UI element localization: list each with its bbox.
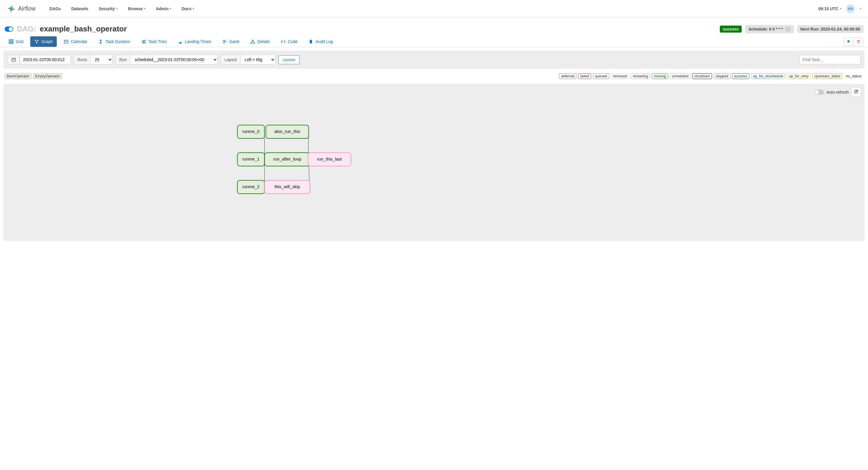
tab-gantt[interactable]: Gantt xyxy=(218,36,243,47)
run-label: Run xyxy=(116,55,131,65)
avatar[interactable]: AA xyxy=(846,4,855,13)
auto-refresh-toggle[interactable] xyxy=(814,90,824,95)
refresh-button[interactable] xyxy=(851,87,861,97)
nav-security[interactable]: Security▾ xyxy=(99,6,117,11)
task-label: also_run_this xyxy=(274,129,300,134)
task-label: run_after_loop xyxy=(273,157,302,161)
status-chip-failed[interactable]: failed xyxy=(578,73,591,79)
find-task-input[interactable] xyxy=(799,55,861,64)
dag-header: DAG: example_bash_operator success Sched… xyxy=(0,18,868,36)
next-run-badge[interactable]: Next Run: 2023-01-24, 00:00:00 xyxy=(797,25,863,33)
status-chip-removed[interactable]: removed xyxy=(611,73,629,79)
tab-details[interactable]: Details xyxy=(246,36,274,47)
status-badge[interactable]: success xyxy=(720,26,742,33)
status-chip-deferred[interactable]: deferred xyxy=(559,73,577,79)
tab-label: Task Tries xyxy=(149,39,167,44)
gantt-icon xyxy=(222,39,227,44)
schedule-label: Schedule: 0 0 * * * xyxy=(748,27,783,31)
tab-task-duration[interactable]: Task Duration xyxy=(94,36,134,47)
calendar-icon[interactable] xyxy=(7,55,20,64)
svg-rect-19 xyxy=(858,40,859,43)
status-chip-up_for_reschedule[interactable]: up_for_reschedule xyxy=(751,73,785,79)
svg-line-8 xyxy=(35,41,37,42)
tab-label: Calendar xyxy=(71,39,87,44)
status-chip-up_for_retry[interactable]: up_for_retry xyxy=(787,73,810,79)
svg-rect-13 xyxy=(144,40,145,43)
status-chip-success[interactable]: success xyxy=(732,73,749,79)
legend: BashOperatorEmptyOperator deferredfailed… xyxy=(0,72,868,81)
task-node-also_run_this[interactable]: also_run_this xyxy=(266,125,309,138)
calendar-icon xyxy=(64,39,68,44)
refresh-icon xyxy=(854,89,858,94)
nav-browse[interactable]: Browse▾ xyxy=(128,6,146,11)
graph-canvas[interactable]: Auto-refresh runme_0runme_1runme_2also_r… xyxy=(3,84,865,241)
task-label: run_this_last xyxy=(317,157,342,161)
tab-audit-log[interactable]: Audit Log xyxy=(305,36,337,47)
navbar: Airflow DAGsDatasetsSecurity▾Browse▾Admi… xyxy=(0,0,868,18)
layout-label: Layout xyxy=(221,55,241,65)
nav-dags[interactable]: DAGs xyxy=(50,6,61,11)
tab-landing-times[interactable]: Landing Times xyxy=(174,36,215,47)
operator-chip[interactable]: BashOperator xyxy=(5,73,31,79)
tab-calendar[interactable]: Calendar xyxy=(60,36,91,47)
task-node-runme_2[interactable]: runme_2 xyxy=(238,180,265,194)
base-date-input[interactable] xyxy=(20,55,71,64)
status-chip-running[interactable]: running xyxy=(652,73,668,79)
task-label: runme_1 xyxy=(242,157,259,161)
view-tabs: Grid Graph Calendar Task Duration Task T… xyxy=(0,36,868,47)
status-chip-upstream_failed[interactable]: upstream_failed xyxy=(812,73,842,79)
schedule-badge[interactable]: Schedule: 0 0 * * * i xyxy=(745,25,794,33)
update-button[interactable]: Update xyxy=(278,55,300,64)
status-chip-restarting[interactable]: restarting xyxy=(631,73,650,79)
status-chip-scheduled[interactable]: scheduled xyxy=(670,73,690,79)
tab-label: Graph xyxy=(41,39,53,44)
task-node-run_this_last[interactable]: run_this_last xyxy=(308,153,351,166)
graph-icon xyxy=(34,39,39,44)
filter-bar: Runs 25 Run scheduled__2023-01-23T00:00:… xyxy=(3,51,865,69)
layout-select[interactable]: Left > Right xyxy=(241,55,275,65)
svg-rect-12 xyxy=(142,41,144,43)
status-chip-shutdown[interactable]: shutdown xyxy=(692,73,712,79)
runs-label: Runs xyxy=(74,55,91,65)
delete-button[interactable] xyxy=(854,37,863,46)
svg-rect-6 xyxy=(37,40,38,41)
tab-label: Gantt xyxy=(229,39,239,44)
nav-admin[interactable]: Admin▾ xyxy=(156,6,171,11)
run-select[interactable]: scheduled__2023-01-23T00:00:00+00:00 xyxy=(130,55,218,65)
task-label: runme_0 xyxy=(242,129,259,134)
time-button[interactable]: 09:15 UTC ▾ xyxy=(818,6,841,11)
pause-toggle[interactable] xyxy=(5,27,13,32)
tab-code[interactable]: Code xyxy=(277,36,302,47)
task-node-runme_0[interactable]: runme_0 xyxy=(238,125,265,138)
nav-datasets[interactable]: Datasets xyxy=(71,6,88,11)
chevron-down-icon: ▾ xyxy=(170,7,171,10)
task-node-this_will_skip[interactable]: this_will_skip xyxy=(265,180,310,194)
trigger-button[interactable] xyxy=(844,37,854,46)
auto-refresh-label: Auto-refresh xyxy=(826,90,849,95)
dag-graph-svg: runme_0runme_1runme_2also_run_thisrun_af… xyxy=(3,84,865,241)
nav-docs[interactable]: Docs▾ xyxy=(182,6,194,11)
tab-label: Code xyxy=(288,39,298,44)
tab-task-tries[interactable]: Task Tries xyxy=(137,36,171,47)
code-icon xyxy=(281,39,285,44)
tab-graph[interactable]: Graph xyxy=(30,36,57,47)
status-chip-skipped[interactable]: skipped xyxy=(714,73,730,79)
warning-icon xyxy=(250,39,255,44)
info-icon: i xyxy=(785,27,790,32)
status-chip-no-status[interactable]: no_status xyxy=(844,74,863,79)
task-node-runme_1[interactable]: runme_1 xyxy=(238,153,265,166)
tab-label: Task Duration xyxy=(105,39,130,44)
chevron-down-icon: ▾ xyxy=(116,7,118,10)
runs-select[interactable]: 25 xyxy=(91,55,113,65)
hourglass-icon xyxy=(98,39,103,44)
chevron-down-icon[interactable]: ▾ xyxy=(860,7,861,10)
svg-line-9 xyxy=(37,41,38,42)
status-chip-queued[interactable]: queued xyxy=(593,73,609,79)
brand-text: Airflow xyxy=(18,5,35,12)
brand[interactable]: Airflow xyxy=(7,4,35,13)
svg-rect-10 xyxy=(64,40,68,43)
task-node-run_after_loop[interactable]: run_after_loop xyxy=(265,153,310,166)
trash-icon xyxy=(857,39,860,43)
operator-chip[interactable]: EmptyOperator xyxy=(33,73,62,79)
tab-grid[interactable]: Grid xyxy=(5,36,27,47)
